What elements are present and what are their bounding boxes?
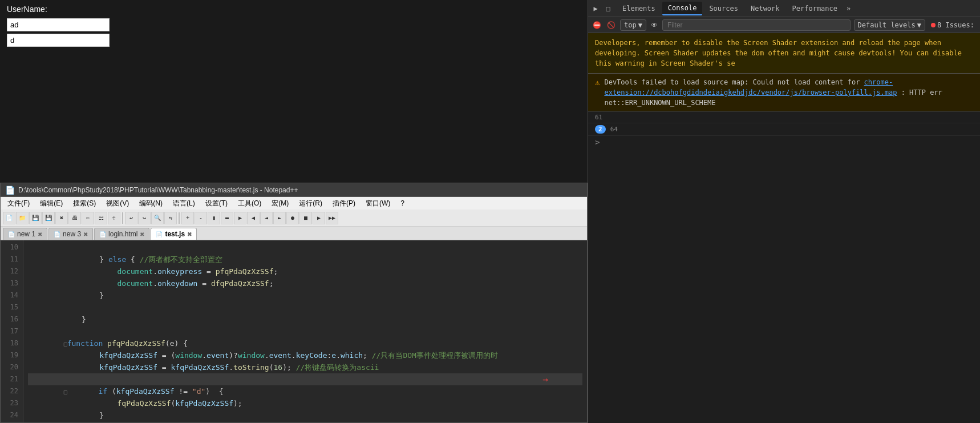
- menu-file[interactable]: 文件(F): [3, 198, 34, 210]
- menu-view[interactable]: 视图(V): [102, 198, 133, 210]
- issues-badge[interactable]: 8 Issues:: [929, 21, 977, 29]
- tab-login-close[interactable]: ✖: [140, 231, 144, 237]
- code-editor: 10 11 12 13 14 15 16 17 18 19 20 21 22 2…: [1, 240, 587, 422]
- toolbar-copy-btn[interactable]: ☵: [95, 212, 107, 224]
- issues-dot-icon: [931, 23, 936, 27]
- ln-13: 13: [5, 277, 18, 289]
- toolbar-sep2: [179, 212, 180, 224]
- device-icon[interactable]: □: [603, 3, 613, 14]
- code-line-10: } else { //两者都不支持全部置空: [28, 241, 582, 253]
- tab-new1[interactable]: 📄 new 1 ✖: [3, 228, 47, 240]
- ln-23: 23: [5, 397, 18, 409]
- toolbar-stop-btn[interactable]: ■: [299, 212, 312, 224]
- tab-login-html[interactable]: 📄 login.html ✖: [94, 228, 149, 240]
- menu-language[interactable]: 语言(L): [168, 198, 200, 210]
- menu-macro[interactable]: 宏(M): [267, 198, 293, 210]
- filter-input[interactable]: [662, 19, 851, 31]
- more-tabs-button[interactable]: »: [844, 5, 853, 13]
- ln-12: 12: [5, 265, 18, 277]
- toolbar-skip-btn[interactable]: ▶▶: [326, 212, 338, 224]
- toolbar-cut-btn[interactable]: ✄: [82, 212, 94, 224]
- tab-console[interactable]: Console: [662, 2, 703, 15]
- default-levels-arrow: ▼: [917, 21, 921, 29]
- notepad-menubar: 文件(F) 编辑(E) 搜索(S) 视图(V) 编码(N) 语言(L) 设置(T…: [1, 197, 587, 210]
- tab-sources[interactable]: Sources: [703, 2, 744, 15]
- code-line-21: □ if (kfqPdaQzXzSSf != "d") { →: [28, 373, 582, 385]
- menu-encode[interactable]: 编码(N): [135, 198, 167, 210]
- arrow-indicator: →: [542, 373, 548, 385]
- toolbar-save-btn[interactable]: 💾: [29, 212, 42, 224]
- tab-login-label: login.html: [108, 230, 137, 238]
- menu-plugins[interactable]: 插件(P): [328, 198, 360, 210]
- menu-tools[interactable]: 工具(O): [233, 198, 266, 210]
- tab-performance[interactable]: Performance: [787, 2, 843, 15]
- toolbar-redo-btn[interactable]: ↪: [138, 212, 151, 224]
- ln-14: 14: [5, 289, 18, 301]
- toolbar-save-all-btn[interactable]: 💾: [42, 212, 55, 224]
- error-message: ⚠ DevTools failed to load source map: Co…: [588, 74, 980, 112]
- console-prompt-arrow[interactable]: >: [588, 136, 980, 148]
- username-label: UserName:: [0, 0, 588, 16]
- prohibit-icon[interactable]: 🚫: [606, 20, 617, 30]
- toolbar-play-btn[interactable]: ▶: [313, 212, 325, 224]
- toolbar-find-btn[interactable]: 🔍: [151, 212, 164, 224]
- tab-new3[interactable]: 📄 new 3 ✖: [48, 228, 93, 240]
- code-line-11: document.onkeypress = pfqPdaQzXzSSf;: [28, 253, 582, 265]
- tab-new3-close[interactable]: ✖: [83, 231, 88, 237]
- devtools-toolbar: ⛔ 🚫 top ▼ 👁 Default levels ▼ 8 Issues:: [588, 17, 980, 33]
- ln-21: 21: [5, 373, 18, 385]
- toolbar-btn3[interactable]: ▶: [234, 212, 246, 224]
- toolbar-undo-btn[interactable]: ↩: [125, 212, 137, 224]
- toolbar-sep1: [122, 212, 123, 224]
- top-context-dropdown[interactable]: top ▼: [620, 19, 646, 31]
- inspect-icon[interactable]: ▶: [590, 3, 601, 14]
- clear-console-icon[interactable]: ⛔: [592, 20, 602, 30]
- code-content-area[interactable]: } else { //两者都不支持全部置空 document.onkeypres…: [23, 240, 587, 422]
- menu-search[interactable]: 搜索(S): [68, 198, 100, 210]
- tab-login-icon: 📄: [99, 231, 106, 237]
- toolbar-print-btn[interactable]: 🖶: [68, 212, 81, 224]
- toolbar-record-btn[interactable]: ●: [286, 212, 299, 224]
- toolbar-replace-btn[interactable]: ⇆: [164, 212, 177, 224]
- ln-19: 19: [5, 349, 18, 361]
- toolbar-open-btn[interactable]: 📁: [16, 212, 29, 224]
- default-levels-dropdown[interactable]: Default levels ▼: [854, 19, 925, 31]
- toolbar-zoom-out-btn[interactable]: -: [195, 212, 207, 224]
- code-line-18: kfqPdaQzXzSSf = (window.event)?window.ev…: [28, 337, 582, 349]
- toolbar-new-btn[interactable]: 📄: [3, 212, 15, 224]
- menu-help[interactable]: ?: [396, 198, 409, 208]
- tab-new1-label: new 1: [17, 230, 35, 238]
- menu-window[interactable]: 窗口(W): [361, 198, 395, 210]
- toolbar-paste-btn[interactable]: ♱: [108, 212, 120, 224]
- tab-new3-label: new 3: [63, 230, 81, 238]
- menu-edit[interactable]: 编辑(E): [35, 198, 67, 210]
- top-label: top: [624, 21, 637, 29]
- console-line-64: 2 64: [588, 123, 980, 136]
- menu-settings[interactable]: 设置(T): [201, 198, 232, 210]
- toolbar-btn5[interactable]: ◄: [260, 212, 273, 224]
- toolbar-btn6[interactable]: ►: [273, 212, 286, 224]
- code-line-16: [28, 313, 582, 325]
- tab-network[interactable]: Network: [745, 2, 785, 15]
- toolbar-btn2[interactable]: ▬: [221, 212, 233, 224]
- password-input[interactable]: [7, 34, 110, 47]
- code-line-14: [28, 289, 582, 301]
- toolbar-btn1[interactable]: ▮: [208, 212, 220, 224]
- tab-test-close[interactable]: ✖: [187, 231, 192, 237]
- toolbar-btn4[interactable]: ◀: [247, 212, 260, 224]
- menu-run[interactable]: 运行(R): [294, 198, 327, 210]
- username-input[interactable]: [7, 18, 110, 31]
- ln-15: 15: [5, 301, 18, 313]
- tab-new1-close[interactable]: ✖: [38, 231, 42, 237]
- notepad-title: D:\tools\Common\PhpStudy2018\PHPTutorial…: [18, 186, 298, 194]
- code-line-19: kfqPdaQzXzSSf = kfqPdaQzXzSSf.toString(1…: [28, 349, 582, 361]
- eye-icon[interactable]: 👁: [650, 20, 659, 30]
- warning-banner: Developers, remember to disable the Scre…: [588, 33, 980, 74]
- toolbar-zoom-in-btn[interactable]: +: [181, 212, 194, 224]
- notepad-toolbar: 📄 📁 💾 💾 ✖ 🖶 ✄ ☵ ♱ ↩ ↪ 🔍 ⇆ + - ▮ ▬ ▶ ◀ ◄ …: [1, 210, 587, 227]
- tab-test-js[interactable]: 📄 test.js ✖: [151, 228, 197, 240]
- warning-text: Developers, remember to disable the Scre…: [595, 39, 962, 67]
- console-count-badge: 2: [595, 125, 606, 134]
- toolbar-close-btn[interactable]: ✖: [55, 212, 68, 224]
- tab-elements[interactable]: Elements: [617, 2, 661, 15]
